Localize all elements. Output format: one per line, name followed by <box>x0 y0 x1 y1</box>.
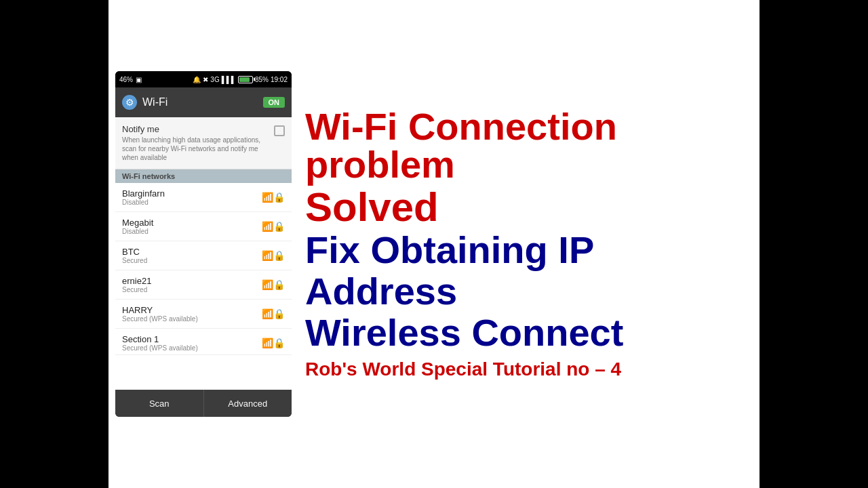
settings-gear-icon: ⚙ <box>122 95 137 110</box>
network-info: BTC Secured <box>122 247 147 264</box>
notify-title: Notify me <box>122 124 269 134</box>
wifi-title-label: Wi-Fi <box>142 96 167 108</box>
advanced-button[interactable]: Advanced <box>204 390 292 417</box>
channel-label: Rob's World Special Tutorial no – 4 <box>305 359 739 380</box>
phone-panel: 46% ▣ 🔔 ✖ 3G ▌▌▌ 85% 19:02 <box>108 0 292 488</box>
status-bar: 46% ▣ 🔔 ✖ 3G ▌▌▌ 85% 19:02 <box>115 71 292 87</box>
phone-screen: 46% ▣ 🔔 ✖ 3G ▌▌▌ 85% 19:02 <box>115 71 292 417</box>
main-title-line1: Wi-Fi Connection problem <box>305 108 739 184</box>
battery-icon <box>238 76 253 83</box>
network-info: Section 1 Secured (WPS available) <box>122 334 198 352</box>
wifi-lock-icon: 📶🔒 <box>262 221 285 232</box>
network-status: Secured (WPS available) <box>122 344 198 352</box>
time-display: 19:02 <box>271 76 288 83</box>
signal-strength: 46% <box>119 76 133 83</box>
network-item-harry[interactable]: HARRY Secured (WPS available) 📶🔒 <box>115 300 292 329</box>
notify-checkbox[interactable] <box>274 125 285 136</box>
main-content: 46% ▣ 🔔 ✖ 3G ▌▌▌ 85% 19:02 <box>108 0 760 488</box>
network-info: HARRY Secured (WPS available) <box>122 305 198 323</box>
network-name: Megabit <box>122 218 153 228</box>
left-black-bar <box>0 0 108 488</box>
battery-fill <box>239 77 250 82</box>
network-bars: ▌▌▌ <box>222 76 236 83</box>
status-left: 46% ▣ <box>119 76 142 83</box>
network-status: Secured <box>122 286 151 293</box>
wifi-toggle[interactable]: ON <box>263 97 285 108</box>
network-name: Blarginfarn <box>122 188 165 199</box>
notify-desc: When launching high data usage applicati… <box>122 136 269 162</box>
network-name: HARRY <box>122 305 198 315</box>
text-panel: Wi-Fi Connection problem Solved Fix Obta… <box>292 0 760 488</box>
network-info: Megabit Disabled <box>122 218 153 235</box>
network-item-megabit[interactable]: Megabit Disabled 📶🔒 <box>115 212 292 241</box>
notify-section: Notify me When launching high data usage… <box>115 117 292 169</box>
wifi-lock-icon: 📶🔒 <box>262 308 285 319</box>
sim-icon: ▣ <box>136 76 142 83</box>
network-type: 3G <box>210 76 219 83</box>
subtitle-line3: Wireless Connect <box>305 314 739 352</box>
network-name: ernie21 <box>122 276 151 286</box>
battery-percent: 85% <box>255 76 269 83</box>
network-status: Secured <box>122 257 147 264</box>
notify-text-block: Notify me When launching high data usage… <box>122 124 274 162</box>
network-name: BTC <box>122 247 147 257</box>
volume-icon: 🔔 <box>193 76 201 83</box>
network-info: Blarginfarn Disabled <box>122 188 165 206</box>
wifi-lock-icon: 📶🔒 <box>262 192 285 203</box>
main-title-line2: Solved <box>305 187 739 228</box>
wifi-header: ⚙ Wi-Fi ON <box>115 87 292 117</box>
scan-button[interactable]: Scan <box>115 390 204 417</box>
subtitle-line2: Address <box>305 272 739 310</box>
network-info: ernie21 Secured <box>122 276 151 293</box>
wifi-lock-icon: 📶🔒 <box>262 279 285 290</box>
network-item-ernie21[interactable]: ernie21 Secured 📶🔒 <box>115 270 292 300</box>
status-right: 🔔 ✖ 3G ▌▌▌ 85% 19:02 <box>193 76 288 83</box>
network-status: Disabled <box>122 199 165 206</box>
wifi-networks-section-header: Wi-Fi networks <box>115 169 292 183</box>
wifi-lock-icon: 📶🔒 <box>262 338 285 348</box>
network-item-section1[interactable]: Section 1 Secured (WPS available) 📶🔒 <box>115 329 292 355</box>
notify-row: Notify me When launching high data usage… <box>122 124 285 162</box>
wifi-title-row: ⚙ Wi-Fi <box>122 95 167 110</box>
network-item-blarginfarn[interactable]: Blarginfarn Disabled 📶🔒 <box>115 183 292 212</box>
mute-icon: ✖ <box>203 76 208 83</box>
network-list: Blarginfarn Disabled 📶🔒 Megabit Disabled… <box>115 183 292 390</box>
network-item-btc[interactable]: BTC Secured 📶🔒 <box>115 241 292 270</box>
network-status: Disabled <box>122 228 153 235</box>
right-black-bar <box>760 0 868 488</box>
network-name: Section 1 <box>122 334 198 344</box>
wifi-lock-icon: 📶🔒 <box>262 250 285 261</box>
bottom-buttons: Scan Advanced <box>115 390 292 417</box>
subtitle-line1: Fix Obtaining IP <box>305 231 739 269</box>
network-status: Secured (WPS available) <box>122 315 198 323</box>
